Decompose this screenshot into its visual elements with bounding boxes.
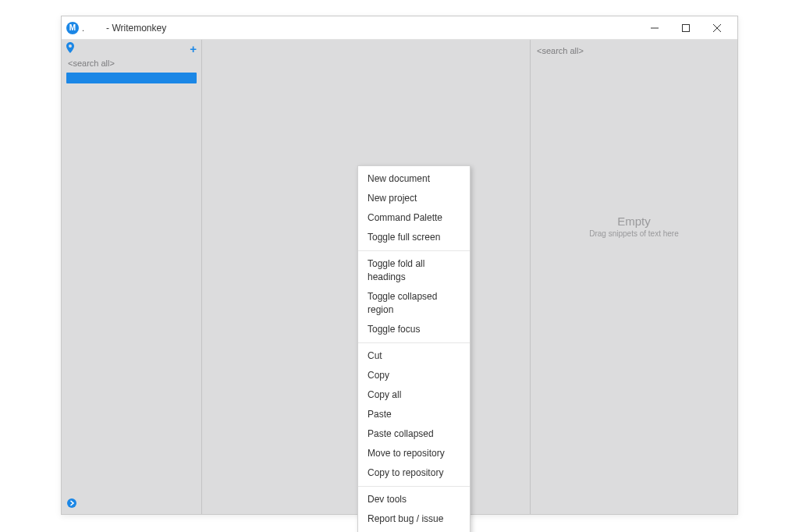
menu-move-to-repository[interactable]: Move to repository [358,444,470,463]
right-panel: <search all> Empty Drag snippets of text… [530,40,737,514]
content-area: + <search all> <search all> Empty Drag s… [62,40,737,514]
menu-copy[interactable]: Copy [358,366,470,385]
window-title: - Writemonkey [106,23,166,34]
doc-indicator: . [82,23,84,33]
left-toolbar: + [62,40,201,55]
snippets-empty-state: Empty Drag snippets of text here [531,59,737,514]
minimize-button[interactable] [639,16,670,40]
menu-toggle-collapsed-region[interactable]: Toggle collapsed region [358,287,470,320]
menu-quit[interactable]: Quit [358,529,470,532]
close-button[interactable] [701,16,733,40]
menu-toggle-full-screen[interactable]: Toggle full screen [358,228,470,247]
empty-subtitle: Drag snippets of text here [589,229,679,238]
menu-command-palette[interactable]: Command Palette [358,208,470,228]
maximize-button[interactable] [670,16,701,40]
right-search-input[interactable]: <search all> [531,40,737,59]
menu-copy-to-repository[interactable]: Copy to repository [358,463,470,483]
expand-icon[interactable] [66,498,77,511]
svg-rect-1 [683,24,690,31]
menu-cut[interactable]: Cut [358,346,470,366]
app-window: M . - Writemonkey + <search all> [61,16,738,515]
menu-toggle-focus[interactable]: Toggle focus [358,320,470,339]
context-menu: New document New project Command Palette… [357,165,471,532]
svg-point-4 [67,498,76,508]
menu-new-project[interactable]: New project [358,189,470,208]
window-controls [639,16,733,40]
menu-report-bug[interactable]: Report bug / issue [358,509,470,529]
pin-icon[interactable] [66,42,74,55]
document-item-selected[interactable] [66,73,197,83]
menu-separator [358,342,470,343]
menu-paste-collapsed[interactable]: Paste collapsed [358,424,470,444]
menu-dev-tools[interactable]: Dev tools [358,490,470,509]
menu-paste[interactable]: Paste [358,405,470,424]
add-icon[interactable]: + [190,42,197,55]
menu-copy-all[interactable]: Copy all [358,385,470,405]
menu-new-document[interactable]: New document [358,169,470,189]
menu-toggle-fold-headings[interactable]: Toggle fold all headings [358,254,470,287]
menu-separator [358,486,470,487]
empty-title: Empty [617,215,651,228]
left-panel: + <search all> [62,40,202,514]
titlebar: M . - Writemonkey [62,16,737,40]
app-icon: M [66,22,79,34]
menu-separator [358,250,470,251]
left-search-input[interactable]: <search all> [62,55,201,71]
